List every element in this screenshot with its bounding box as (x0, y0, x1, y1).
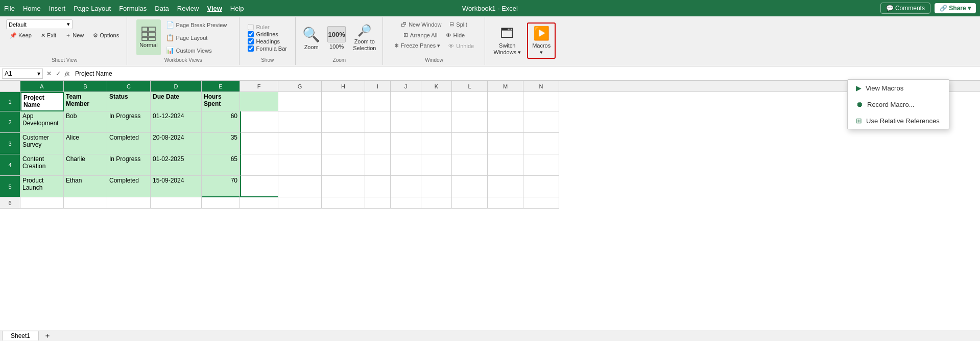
cell-h6[interactable] (322, 197, 365, 209)
cell-f5[interactable] (240, 176, 278, 197)
cell-f4[interactable] (240, 154, 278, 176)
cancel-formula-icon[interactable]: ✕ (45, 70, 53, 77)
cell-a3[interactable]: Customer Survey (20, 133, 64, 154)
cell-j2[interactable] (391, 111, 421, 133)
comments-button[interactable]: 💬 Comments (880, 3, 930, 14)
cell-k2[interactable] (421, 111, 452, 133)
cell-k4[interactable] (421, 154, 452, 176)
cell-b5[interactable]: Ethan (64, 176, 107, 197)
cell-h5[interactable] (322, 176, 365, 197)
cell-l5[interactable] (452, 176, 488, 197)
cell-j4[interactable] (391, 154, 421, 176)
cell-d4[interactable]: 01-02-2025 (151, 154, 202, 176)
custom-views-button[interactable]: 📊 Custom Views (163, 45, 230, 56)
cell-f6[interactable] (240, 197, 278, 209)
row-header-5[interactable]: 5 (0, 176, 20, 197)
cell-a4[interactable]: Content Creation (20, 154, 64, 176)
zoom-100-button[interactable]: 100% 100% (325, 25, 348, 51)
cell-m3[interactable] (488, 133, 523, 154)
cell-m5[interactable] (488, 176, 523, 197)
title-tabs[interactable]: File Home Insert Page Layout Formulas Da… (4, 5, 244, 12)
new-window-button[interactable]: 🗗 New Window (398, 20, 444, 29)
cell-l3[interactable] (452, 133, 488, 154)
cell-b1[interactable]: Team Member (64, 92, 107, 111)
cell-i6[interactable] (365, 197, 391, 209)
cell-k6[interactable] (421, 197, 452, 209)
cell-g2[interactable] (278, 111, 322, 133)
hide-button[interactable]: 👁 Hide (443, 31, 468, 40)
keep-button[interactable]: 📌 Keep (6, 30, 35, 41)
cell-h3[interactable] (322, 133, 365, 154)
use-relative-item[interactable]: ⊞ Use Relative References (848, 112, 949, 129)
row-header-2[interactable]: 2 (0, 111, 20, 133)
cell-h4[interactable] (322, 154, 365, 176)
cell-n6[interactable] (523, 197, 559, 209)
page-layout-button[interactable]: 📋 Page Layout (163, 32, 230, 43)
cell-l6[interactable] (452, 197, 488, 209)
unhide-button[interactable]: 👁 Unhide (445, 41, 477, 51)
cell-d2[interactable]: 01-12-2024 (151, 111, 202, 133)
cell-c6[interactable] (107, 197, 151, 209)
confirm-formula-icon[interactable]: ✓ (54, 70, 62, 77)
cell-j6[interactable] (391, 197, 421, 209)
options-button[interactable]: ⚙ Options (89, 30, 123, 41)
cell-n3[interactable] (523, 133, 559, 154)
cell-e6[interactable] (202, 197, 240, 209)
cell-a6[interactable] (20, 197, 64, 209)
formula-input[interactable] (73, 69, 978, 78)
new-button[interactable]: ＋ New (62, 30, 87, 41)
cell-b6[interactable] (64, 197, 107, 209)
cell-i3[interactable] (365, 133, 391, 154)
headings-input[interactable] (248, 38, 254, 44)
col-header-i[interactable]: I (365, 81, 391, 92)
cell-n1[interactable] (523, 92, 559, 111)
col-header-c[interactable]: C (107, 81, 151, 92)
cell-g4[interactable] (278, 154, 322, 176)
col-header-g[interactable]: G (278, 81, 322, 92)
tab-file[interactable]: File (4, 5, 15, 12)
row-header-4[interactable]: 4 (0, 154, 20, 176)
cell-d3[interactable]: 20-08-2024 (151, 133, 202, 154)
cell-c3[interactable]: Completed (107, 133, 151, 154)
ruler-checkbox[interactable]: Ruler (248, 24, 287, 30)
tab-page-layout[interactable]: Page Layout (74, 5, 111, 12)
headings-checkbox[interactable]: Headings (248, 38, 287, 44)
cell-h1[interactable] (322, 92, 365, 111)
cell-d1[interactable]: Due Date (151, 92, 202, 111)
cell-l1[interactable] (452, 92, 488, 111)
cell-i1[interactable] (365, 92, 391, 111)
col-header-d[interactable]: D (151, 81, 202, 92)
page-break-button[interactable]: 📄 Page Break Preview (163, 19, 230, 30)
col-header-e[interactable]: E (202, 81, 240, 92)
tab-data[interactable]: Data (155, 5, 169, 12)
col-header-k[interactable]: K (421, 81, 452, 92)
cell-a2[interactable]: App Development (20, 111, 64, 133)
cell-e5[interactable]: 70 (202, 176, 240, 197)
tab-home[interactable]: Home (23, 5, 41, 12)
cell-f3[interactable] (240, 133, 278, 154)
tab-formulas[interactable]: Formulas (119, 5, 147, 12)
split-button[interactable]: ⊟ Split (446, 19, 470, 29)
cell-l4[interactable] (452, 154, 488, 176)
cell-k3[interactable] (421, 133, 452, 154)
cell-m6[interactable] (488, 197, 523, 209)
switch-windows-button[interactable]: 🗔 SwitchWindows ▾ (489, 24, 525, 58)
arrange-all-button[interactable]: ⊞ Arrange All (400, 30, 441, 40)
cell-b4[interactable]: Charlie (64, 154, 107, 176)
row-header-1[interactable]: 1 (0, 92, 20, 111)
col-header-n[interactable]: N (523, 81, 559, 92)
cell-l2[interactable] (452, 111, 488, 133)
col-header-m[interactable]: M (488, 81, 523, 92)
normal-view-button[interactable]: Normal (136, 19, 160, 55)
cell-c2[interactable]: In Progress (107, 111, 151, 133)
cell-g1[interactable] (278, 92, 322, 111)
row-header-3[interactable]: 3 (0, 133, 20, 154)
row-header-6[interactable]: 6 (0, 197, 20, 209)
cell-g5[interactable] (278, 176, 322, 197)
cell-n4[interactable] (523, 154, 559, 176)
gridlines-checkbox[interactable]: Gridlines (248, 31, 287, 37)
cell-i5[interactable] (365, 176, 391, 197)
cell-f1[interactable] (240, 92, 278, 111)
tab-help[interactable]: Help (230, 5, 244, 12)
share-button[interactable]: 🔗 Share ▾ (935, 3, 976, 13)
